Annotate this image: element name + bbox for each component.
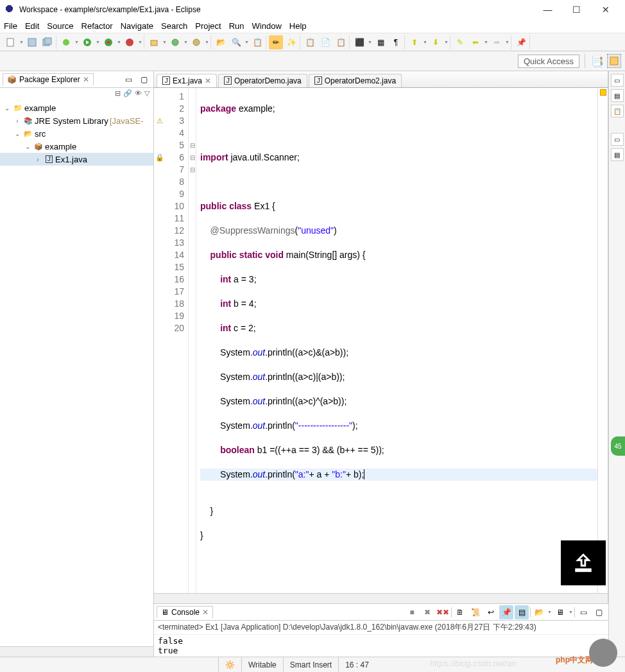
view-menu-icon[interactable]: ▽ bbox=[144, 89, 150, 98]
package-explorer-tab[interactable]: 📦 Package Explorer ✕ bbox=[3, 73, 94, 85]
twisty-icon[interactable]: ⌄ bbox=[3, 105, 12, 112]
restore-view-icon[interactable]: ▭ bbox=[611, 133, 624, 146]
open-console-button[interactable]: 📂 bbox=[532, 605, 546, 619]
tree-src[interactable]: ⌄ 📂 src bbox=[0, 127, 153, 140]
new-button[interactable] bbox=[4, 35, 18, 49]
tree-project[interactable]: ⌄ 📁 example bbox=[0, 101, 153, 114]
upload-float-button[interactable] bbox=[561, 540, 606, 585]
twisty-icon[interactable]: › bbox=[33, 156, 42, 163]
restore-view-icon[interactable]: ▭ bbox=[611, 74, 624, 87]
float-count-badge[interactable]: 45 bbox=[611, 436, 625, 456]
java-perspective-button[interactable] bbox=[607, 54, 621, 68]
dropdown-icon[interactable]: ▼ bbox=[74, 35, 79, 49]
next-annotation-button[interactable]: ⬇ bbox=[429, 35, 443, 49]
menu-help[interactable]: Help bbox=[289, 21, 307, 31]
dropdown-icon[interactable]: ▼ bbox=[244, 35, 249, 49]
dropdown-icon[interactable]: ▼ bbox=[117, 35, 121, 49]
save-button[interactable] bbox=[25, 35, 39, 49]
scroll-lock-button[interactable]: 📜 bbox=[468, 605, 483, 619]
maximize-button[interactable]: ☐ bbox=[562, 1, 591, 19]
new-type-button[interactable] bbox=[189, 35, 203, 49]
clear-console-button[interactable]: 🗎 bbox=[453, 605, 467, 619]
twisty-icon[interactable]: › bbox=[13, 117, 22, 125]
dropdown-icon[interactable]: ▼ bbox=[184, 35, 188, 49]
menu-source[interactable]: Source bbox=[47, 21, 73, 31]
link-editor-icon[interactable]: 🔗 bbox=[123, 89, 132, 98]
pin-console-button[interactable]: 📌 bbox=[499, 605, 513, 619]
quick-access-input[interactable]: Quick Access bbox=[518, 55, 579, 68]
paste-button[interactable]: 📋 bbox=[334, 35, 348, 49]
dropdown-icon[interactable]: ▼ bbox=[505, 35, 509, 49]
dropdown-icon[interactable]: ▼ bbox=[138, 35, 142, 49]
menu-run[interactable]: Run bbox=[229, 21, 244, 31]
remove-button[interactable]: ✖ bbox=[420, 605, 434, 619]
pin-button[interactable]: 📌 bbox=[514, 35, 528, 49]
open-type-button[interactable]: 📂 bbox=[214, 35, 228, 49]
tree-jre[interactable]: › 📚 JRE System Library [JavaSE- bbox=[0, 114, 153, 127]
twisty-icon[interactable]: ⌄ bbox=[23, 143, 32, 150]
focus-icon[interactable]: 👁 bbox=[135, 89, 142, 98]
menu-navigate[interactable]: Navigate bbox=[121, 21, 153, 31]
display-console-button[interactable]: 🖥 bbox=[553, 605, 567, 619]
editor-tab-ex1[interactable]: 🄹 Ex1.java ✕ bbox=[157, 74, 217, 87]
run-last-button[interactable] bbox=[123, 35, 137, 49]
new-class-button[interactable] bbox=[168, 35, 182, 49]
editor-tab-opdemo2[interactable]: 🄹 OperatorDemo2.java bbox=[309, 74, 402, 87]
minimize-view-icon[interactable]: ▭ bbox=[121, 73, 135, 87]
menu-edit[interactable]: Edit bbox=[25, 21, 39, 31]
last-edit-button[interactable]: ✎ bbox=[453, 35, 467, 49]
dropdown-icon[interactable]: ▼ bbox=[423, 35, 427, 49]
prev-annotation-button[interactable]: ⬆ bbox=[407, 35, 422, 49]
dropdown-icon[interactable]: ▼ bbox=[96, 35, 100, 49]
dropdown-icon[interactable]: ▼ bbox=[19, 35, 24, 49]
cut-button[interactable]: 📋 bbox=[303, 35, 317, 49]
scrollbar-horizontal[interactable] bbox=[0, 646, 153, 657]
warning-marker-icon[interactable] bbox=[600, 89, 606, 96]
close-tab-icon[interactable]: ✕ bbox=[205, 76, 211, 85]
dropdown-icon[interactable]: ▼ bbox=[547, 605, 552, 619]
project-tree[interactable]: ⌄ 📁 example › 📚 JRE System Library [Java… bbox=[0, 99, 153, 646]
save-all-button[interactable] bbox=[40, 35, 55, 49]
show-console-button[interactable]: ▤ bbox=[515, 605, 529, 619]
terminate-button[interactable]: ■ bbox=[405, 605, 419, 619]
annotation-button[interactable]: ✨ bbox=[284, 35, 298, 49]
editor-tab-opdemo[interactable]: 🄹 OperatorDemo.java bbox=[218, 74, 307, 87]
debug-button[interactable] bbox=[59, 35, 73, 49]
dropdown-icon[interactable]: ▼ bbox=[444, 35, 449, 49]
overview-ruler[interactable] bbox=[597, 88, 608, 593]
line-number-gutter[interactable]: 1234567891011121314151617181920 bbox=[166, 88, 189, 593]
whitespace-button[interactable]: ¶ bbox=[389, 35, 403, 49]
close-tab-icon[interactable]: ✕ bbox=[202, 608, 209, 617]
menu-window[interactable]: Window bbox=[252, 21, 282, 31]
new-package-button[interactable] bbox=[147, 35, 161, 49]
folding-column[interactable]: ⊟⊟⊟ bbox=[189, 88, 196, 593]
maximize-view-icon[interactable]: ▢ bbox=[137, 73, 151, 87]
dropdown-icon[interactable]: ▼ bbox=[162, 35, 167, 49]
run-button[interactable] bbox=[80, 35, 94, 49]
forward-button[interactable]: ➡ bbox=[490, 35, 504, 49]
toggle-breadcrumb-button[interactable]: ⬛ bbox=[352, 35, 366, 49]
console-tab[interactable]: 🖥 Console ✕ bbox=[157, 606, 213, 618]
close-tab-icon[interactable]: ✕ bbox=[83, 75, 89, 84]
task-list-view-icon[interactable]: 📋 bbox=[611, 105, 624, 117]
twisty-icon[interactable]: ⌄ bbox=[13, 130, 22, 137]
dropdown-icon[interactable]: ▼ bbox=[569, 605, 573, 619]
menu-refactor[interactable]: Refactor bbox=[81, 21, 113, 31]
coverage-button[interactable] bbox=[101, 35, 116, 49]
dropdown-icon[interactable]: ▼ bbox=[368, 35, 372, 49]
task-button[interactable]: 📋 bbox=[250, 35, 264, 49]
maximize-view-icon[interactable]: ▢ bbox=[592, 605, 606, 619]
menu-project[interactable]: Project bbox=[195, 21, 221, 31]
tree-file-ex1[interactable]: › 🄹 Ex1.java bbox=[0, 153, 153, 166]
tree-package[interactable]: ⌄ 📦 example bbox=[0, 140, 153, 153]
outline-view-icon[interactable]: ▤ bbox=[611, 89, 624, 102]
dropdown-icon[interactable]: ▼ bbox=[205, 35, 209, 49]
remove-all-button[interactable]: ✖✖ bbox=[436, 605, 450, 619]
toggle-mark-button[interactable]: ✏ bbox=[269, 35, 283, 49]
toggle-block-button[interactable]: ▦ bbox=[373, 35, 388, 49]
close-button[interactable]: ✕ bbox=[591, 1, 620, 19]
problems-view-icon[interactable]: ▤ bbox=[611, 148, 624, 161]
open-perspective-button[interactable]: 📑 bbox=[590, 54, 604, 68]
menu-file[interactable]: File bbox=[4, 21, 17, 31]
search-button[interactable]: 🔍 bbox=[229, 35, 243, 49]
